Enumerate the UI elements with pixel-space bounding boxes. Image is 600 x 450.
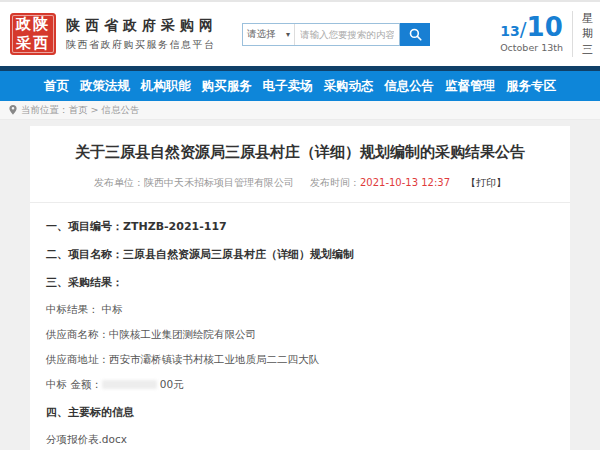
print-button[interactable]: 【打印】 bbox=[466, 176, 506, 190]
breadcrumb-label: 当前位置： bbox=[21, 104, 69, 117]
search-category-select[interactable]: 请选择 ▾ bbox=[243, 24, 295, 45]
logo-text-top: 政陕 bbox=[16, 15, 50, 34]
search-box: 请选择 ▾ bbox=[242, 23, 400, 46]
bid-amount: 中标 金额：00元 bbox=[46, 378, 554, 392]
site-subtitle: 陕西省政府购买服务信息平台 bbox=[66, 38, 218, 52]
publisher: 发布单位：陕西中天禾招标项目管理有限公司 bbox=[94, 176, 294, 190]
nav-item-supervision[interactable]: 监督管理 bbox=[445, 78, 495, 95]
site-logo[interactable]: 政陕 采西 bbox=[10, 13, 56, 55]
bid-amount-label: 中标 金额： bbox=[46, 378, 102, 390]
search-button[interactable] bbox=[400, 23, 430, 46]
breadcrumb-path[interactable]: 首页 > 信息公告 bbox=[69, 104, 140, 117]
nav-item-functions[interactable]: 机构职能 bbox=[141, 78, 191, 95]
location-pin-icon bbox=[9, 105, 17, 115]
article-card: 关于三原县自然资源局三原县村庄（详细）规划编制的采购结果公告 发布单位：陕西中天… bbox=[30, 126, 570, 450]
section-project-number: 一、项目编号：ZTHZB-2021-117 bbox=[46, 219, 554, 234]
date-numbers: 13/10 October 13th bbox=[500, 14, 563, 53]
date-day: 13 bbox=[500, 23, 519, 39]
nav-item-emall[interactable]: 电子卖场 bbox=[263, 78, 313, 95]
publisher-label: 发布单位： bbox=[94, 177, 144, 188]
section-procurement-result: 三、采购结果： bbox=[46, 275, 554, 290]
search-icon bbox=[409, 28, 422, 41]
bid-result: 中标结果： 中标 bbox=[46, 303, 554, 317]
breadcrumb: 当前位置： 首页 > 信息公告 bbox=[0, 101, 600, 120]
chevron-down-icon: ▾ bbox=[286, 30, 290, 39]
date-month: 10 bbox=[527, 12, 563, 42]
logo-text-bottom: 采西 bbox=[16, 34, 50, 53]
date-weekday: 星期三 bbox=[572, 11, 586, 57]
date-english: October 13th bbox=[500, 42, 563, 53]
supplier-name: 供应商名称：中陕核工业集团测绘院有限公司 bbox=[46, 328, 554, 342]
date-separator: / bbox=[520, 17, 527, 41]
site-title: 陕西省政府采购网 bbox=[66, 17, 218, 35]
attachment-link[interactable]: 分项报价表.docx bbox=[46, 433, 554, 447]
publish-time-value: 2021-10-13 12:37 bbox=[360, 177, 450, 188]
main-nav: 首页 政策法规 机构职能 购买服务 电子卖场 采购动态 信息公告 监督管理 服务… bbox=[0, 66, 600, 101]
nav-item-home[interactable]: 首页 bbox=[44, 78, 69, 95]
search-group: 请选择 ▾ bbox=[242, 23, 430, 46]
nav-item-announcements[interactable]: 信息公告 bbox=[384, 78, 434, 95]
article-meta: 发布单位：陕西中天禾招标项目管理有限公司 发布时间：2021-10-13 12:… bbox=[30, 176, 570, 203]
redacted-amount-value bbox=[102, 380, 157, 389]
publisher-value: 陕西中天禾招标项目管理有限公司 bbox=[144, 177, 294, 188]
nav-item-policies[interactable]: 政策法规 bbox=[80, 78, 130, 95]
bid-amount-suffix: 00元 bbox=[160, 378, 184, 390]
publish-time: 发布时间：2021-10-13 12:37 bbox=[310, 176, 450, 190]
section-project-name: 二、项目名称：三原县自然资源局三原县村庄（详细）规划编制 bbox=[46, 247, 554, 262]
page-title: 关于三原县自然资源局三原县村庄（详细）规划编制的采购结果公告 bbox=[30, 143, 570, 163]
article-body: 一、项目编号：ZTHZB-2021-117 二、项目名称：三原县自然资源局三原县… bbox=[30, 203, 570, 450]
search-select-value: 请选择 bbox=[247, 28, 276, 41]
search-input[interactable] bbox=[295, 29, 399, 40]
section-main-subject-info: 四、主要标的信息 bbox=[46, 405, 554, 420]
nav-item-purchase-services[interactable]: 购买服务 bbox=[202, 78, 252, 95]
publish-time-label: 发布时间： bbox=[310, 177, 360, 188]
site-names: 陕西省政府采购网 陕西省政府购买服务信息平台 bbox=[66, 17, 218, 52]
nav-item-procurement-news[interactable]: 采购动态 bbox=[323, 78, 373, 95]
supplier-address: 供应商地址：西安市灞桥镇读书村核工业地质局二二四大队 bbox=[46, 353, 554, 367]
date-block: 13/10 October 13th 星期三 bbox=[500, 11, 590, 57]
site-header: 政陕 采西 陕西省政府采购网 陕西省政府购买服务信息平台 请选择 ▾ 13 bbox=[0, 2, 600, 66]
nav-item-service-zone[interactable]: 服务专区 bbox=[506, 78, 556, 95]
